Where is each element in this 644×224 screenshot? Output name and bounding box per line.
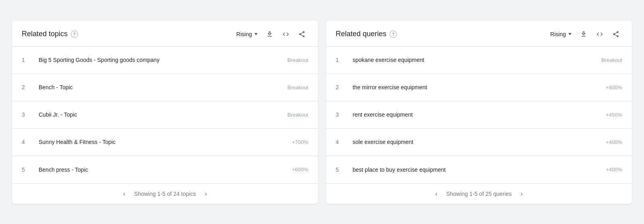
row-number: 2 — [22, 84, 31, 90]
table-row: 4Sunny Health & Fitness - Topic+700% — [12, 129, 318, 156]
table-row: 5best place to buy exercise equipment+40… — [326, 156, 632, 183]
row-number: 3 — [336, 111, 345, 118]
row-label[interactable]: rent exercise equipment — [353, 111, 599, 118]
row-value: Breakout — [287, 57, 308, 63]
dropdown-arrow-icon — [568, 33, 572, 35]
row-number: 1 — [22, 57, 31, 63]
pagination-text: Showing 1-5 of 25 queries — [446, 191, 512, 197]
row-number: 4 — [22, 139, 31, 145]
row-value: Breakout — [287, 112, 308, 118]
next-page-button[interactable]: › — [518, 189, 525, 198]
row-label[interactable]: Sunny Health & Fitness - Topic — [39, 139, 285, 145]
prev-page-button[interactable]: ‹ — [121, 189, 128, 198]
table-row: 2Bench - TopicBreakout — [12, 74, 318, 101]
related-queries-rows: 1spokane exercise equipmentBreakout2the … — [326, 47, 632, 183]
related-queries-footer: ‹Showing 1-5 of 25 queries› — [326, 183, 632, 204]
row-value: +800% — [606, 84, 622, 90]
related-topics-header: Related topics?Rising — [12, 21, 318, 47]
related-queries-dropdown-label: Rising — [550, 31, 566, 37]
related-queries-download-button[interactable] — [577, 28, 590, 41]
row-value: +700% — [292, 139, 308, 145]
download-icon — [266, 31, 273, 38]
row-number: 3 — [22, 111, 31, 118]
panels-container: Related topics?Rising1Big 5 Sporting Goo… — [12, 21, 632, 204]
row-number: 5 — [22, 166, 31, 173]
table-row: 1Big 5 Sporting Goods - Sporting goods c… — [12, 47, 318, 74]
related-queries-help-icon[interactable]: ? — [390, 31, 397, 38]
related-topics-title: Related topics — [22, 30, 68, 38]
row-value: +600% — [292, 166, 308, 173]
row-label[interactable]: Bench - Topic — [39, 84, 281, 90]
row-label[interactable]: the mirror exercise equipment — [353, 84, 599, 90]
code-icon — [596, 31, 603, 38]
row-label[interactable]: best place to buy exercise equipment — [353, 166, 599, 173]
related-topics-header-right: Rising — [234, 28, 308, 41]
row-value: Breakout — [287, 84, 308, 90]
panel-related-topics: Related topics?Rising1Big 5 Sporting Goo… — [12, 21, 318, 204]
related-topics-dropdown-label: Rising — [236, 31, 252, 37]
share-icon — [612, 31, 619, 38]
related-topics-rows: 1Big 5 Sporting Goods - Sporting goods c… — [12, 47, 318, 183]
related-topics-embed-button[interactable] — [279, 28, 292, 41]
row-number: 1 — [336, 57, 345, 63]
related-topics-download-button[interactable] — [263, 28, 276, 41]
table-row: 3rent exercise equipment+450% — [326, 101, 632, 129]
row-label[interactable]: Cubii Jr. - Topic — [39, 111, 281, 118]
row-number: 4 — [336, 139, 345, 145]
related-queries-header: Related queries?Rising — [326, 21, 632, 47]
row-label[interactable]: sole exercise equipment — [353, 139, 599, 145]
table-row: 2the mirror exercise equipment+800% — [326, 74, 632, 101]
table-row: 1spokane exercise equipmentBreakout — [326, 47, 632, 74]
share-icon — [298, 31, 305, 38]
row-value: +400% — [606, 166, 622, 173]
related-queries-embed-button[interactable] — [593, 28, 606, 41]
pagination-text: Showing 1-5 of 24 topics — [134, 191, 196, 197]
table-row: 5Bench press - Topic+600% — [12, 156, 318, 183]
row-value: Breakout — [601, 57, 622, 63]
related-queries-header-right: Rising — [548, 28, 622, 41]
related-topics-share-button[interactable] — [295, 28, 308, 41]
row-label[interactable]: Bench press - Topic — [39, 166, 285, 173]
code-icon — [282, 31, 289, 38]
related-queries-dropdown[interactable]: Rising — [548, 29, 574, 39]
related-queries-share-button[interactable] — [609, 28, 622, 41]
related-topics-help-icon[interactable]: ? — [71, 31, 78, 38]
row-label[interactable]: spokane exercise equipment — [353, 57, 595, 63]
prev-page-button[interactable]: ‹ — [433, 189, 440, 198]
row-number: 2 — [336, 84, 345, 90]
row-value: +450% — [606, 112, 622, 118]
next-page-button[interactable]: › — [202, 189, 209, 198]
row-value: +400% — [606, 139, 622, 145]
table-row: 4sole exercise equipment+400% — [326, 129, 632, 156]
related-queries-title: Related queries — [336, 30, 386, 38]
panel-related-queries: Related queries?Rising1spokane exercise … — [326, 21, 632, 204]
download-icon — [580, 31, 587, 38]
related-topics-footer: ‹Showing 1-5 of 24 topics› — [12, 183, 318, 204]
row-number: 5 — [336, 166, 345, 173]
table-row: 3Cubii Jr. - TopicBreakout — [12, 101, 318, 129]
dropdown-arrow-icon — [254, 33, 258, 35]
related-topics-dropdown[interactable]: Rising — [234, 29, 260, 39]
row-label[interactable]: Big 5 Sporting Goods - Sporting goods co… — [39, 57, 281, 63]
